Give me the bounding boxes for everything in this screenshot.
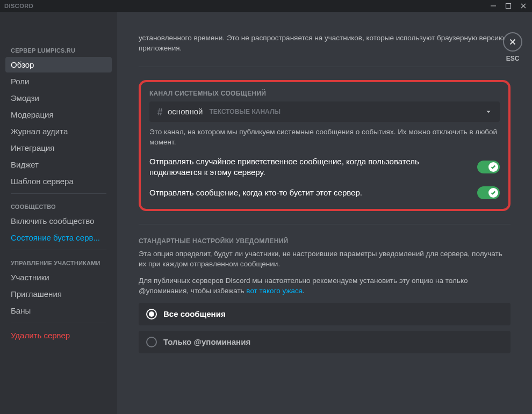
boost-message-toggle[interactable] <box>477 186 500 199</box>
close-settings-button[interactable] <box>503 32 522 52</box>
window-minimize-button[interactable] <box>486 0 501 12</box>
system-channel-section-title: КАНАЛ СИСТЕМНЫХ СООБЩЕНИЙ <box>149 90 500 97</box>
notification-option-only-mentions[interactable]: Только @упоминания <box>139 331 511 353</box>
close-settings-area: ESC <box>503 32 522 62</box>
sidebar-item-boost-status[interactable]: Состояние буста серв... <box>5 230 112 245</box>
system-channel-name: основной <box>168 107 203 116</box>
sidebar-section-server: СЕРВЕР LUMPICS.RU <box>5 44 112 57</box>
sidebar-item-emoji[interactable]: Эмодзи <box>5 90 112 106</box>
notification-option-label: Только @упоминания <box>163 337 250 346</box>
sidebar-item-server-template[interactable]: Шаблон сервера <box>5 173 112 189</box>
default-notifications-title: СТАНДАРТНЫЕ НАСТРОЙКИ УВЕДОМЛЕНИЙ <box>139 237 511 245</box>
sidebar-item-overview[interactable]: Обзор <box>5 57 112 72</box>
sidebar-section-user-management: УПРАВЛЕНИЕ УЧАСТНИКАМИ <box>5 257 112 270</box>
sidebar-item-enable-community[interactable]: Включить сообщество <box>5 213 112 229</box>
system-channel-description: Это канал, на котором мы публикуем систе… <box>149 127 500 148</box>
sidebar-item-roles[interactable]: Роли <box>5 74 112 89</box>
welcome-message-toggle-label: Отправлять случайное приветственное сооб… <box>149 156 466 178</box>
intro-description: установленного времени. Это не распростр… <box>139 33 511 54</box>
section-divider <box>139 224 511 224</box>
notification-option-label: Все сообщения <box>163 309 226 318</box>
boost-message-toggle-label: Отправлять сообщение, когда кто-то бусти… <box>149 187 362 198</box>
system-channel-category: ТЕКСТОВЫЕ КАНАЛЫ <box>209 108 281 115</box>
system-channel-select[interactable]: основной ТЕКСТОВЫЕ КАНАЛЫ <box>149 101 500 122</box>
highlight-annotation: КАНАЛ СИСТЕМНЫХ СООБЩЕНИЙ основной ТЕКСТ… <box>139 80 511 211</box>
sidebar-divider <box>11 250 106 250</box>
window-close-button[interactable] <box>516 0 531 12</box>
check-icon <box>491 190 496 195</box>
welcome-message-toggle[interactable] <box>477 161 500 173</box>
settings-main: установленного времени. Это не распростр… <box>117 12 532 414</box>
default-notifications-desc: Эта опция определит, будут ли участники,… <box>139 249 511 270</box>
sidebar-item-moderation[interactable]: Модерация <box>5 107 112 122</box>
app-brand: DISCORD <box>4 3 33 9</box>
close-icon <box>508 38 517 46</box>
section-divider <box>139 67 511 67</box>
sidebar-item-delete-server[interactable]: Удалить сервер <box>5 328 112 343</box>
close-settings-label: ESC <box>503 55 522 62</box>
notifications-tip-link[interactable]: вот такого ужаса <box>246 287 303 295</box>
sidebar-divider <box>11 323 106 323</box>
hash-icon <box>156 107 164 116</box>
svg-rect-1 <box>506 4 511 9</box>
notification-option-all-messages[interactable]: Все сообщения <box>139 303 511 325</box>
sidebar-item-widget[interactable]: Виджет <box>5 157 112 172</box>
settings-sidebar: СЕРВЕР LUMPICS.RU Обзор Роли Эмодзи Моде… <box>0 12 117 414</box>
chevron-down-icon <box>484 107 493 117</box>
sidebar-item-audit-log[interactable]: Журнал аудита <box>5 124 112 139</box>
sidebar-divider <box>11 193 106 194</box>
default-notifications-tip: Для публичных серверов Discord мы настоя… <box>139 276 511 296</box>
sidebar-item-invites[interactable]: Приглашения <box>5 286 112 302</box>
sidebar-section-community: СООБЩЕСТВО <box>5 200 112 213</box>
radio-icon <box>146 337 157 347</box>
window-titlebar: DISCORD <box>0 0 532 12</box>
sidebar-item-integrations[interactable]: Интеграция <box>5 140 112 156</box>
radio-icon <box>146 309 157 319</box>
check-icon <box>491 164 496 170</box>
sidebar-item-bans[interactable]: Баны <box>5 303 112 318</box>
window-maximize-button[interactable] <box>501 0 516 12</box>
sidebar-item-members[interactable]: Участники <box>5 270 112 285</box>
